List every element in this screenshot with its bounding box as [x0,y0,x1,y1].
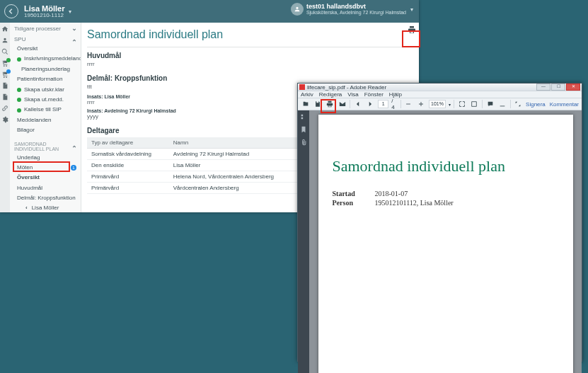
staff-role: Sjuksköterska, Avdelning 72 Kirurgi Halm… [306,10,406,15]
sidebar-item-moten[interactable]: Möten 1 [10,163,81,173]
table-row: Somatisk vårdavdelningAvdelning 72 Kirur… [87,149,299,160]
rail-settings-icon[interactable] [1,116,8,123]
patient-block[interactable]: Lisa Möller 19501210-1112 [24,4,64,19]
table-row: PrimärvårdHelena Nord, Vårdcentralen And… [87,171,299,183]
rail-doc2-icon[interactable] [1,93,8,101]
toolbar-save-icon[interactable] [313,99,322,109]
staff-block[interactable]: test01 hallandsdbvt Sjuksköterska, Avdel… [291,3,413,16]
sidepanel-thumbs-icon[interactable] [300,113,307,122]
delmal-heading: Delmål: Kroppsfunktion [87,74,409,82]
sidebar-item-planeringsunderlag[interactable]: Planeringsunderlag [10,64,81,74]
sidebar-item-bilagor[interactable]: Bilagor [10,125,81,135]
toolbar-fit-icon[interactable] [457,99,466,109]
menu-item[interactable]: Fönster [364,91,384,98]
label: Delmål: Kroppsfunktion [17,195,76,202]
sidebar-item-skapa-klar[interactable]: Skapa utskr.klar [10,85,81,95]
sidebar-item-delmal[interactable]: Delmål: Kroppsfunktion [10,193,81,203]
label: Underlag [17,154,40,161]
sidebar-item-huvudmal[interactable]: Huvudmål [10,183,81,193]
label: Skapa ut.medd. [24,96,64,103]
rail-doc-icon[interactable] [1,82,8,89]
staff-name: test01 hallandsdbvt [306,4,406,10]
label: Skapa utskr.klar [24,86,64,93]
sidebar-item-sip-oversikt[interactable]: Översikt [10,173,81,183]
sidebar-item-kallelse[interactable]: Kallelse till SIP [10,105,81,115]
reader-toolbar: 1 / 4 101% ▾ Signera Kommentar [298,98,582,110]
toolbar-separator [350,100,350,108]
reader-menubar: Arkiv Redigera Visa Fönster Hjälp [298,91,582,98]
reader-titlebar[interactable]: lifecare_sip.pdf - Adobe Reader — ☐ ✕ [298,84,582,91]
menu-item[interactable]: Redigera [319,91,342,98]
sidebar-item-skapa-medd[interactable]: Skapa ut.medd. [10,95,81,105]
startad-val: 2018-01-07 [375,190,408,197]
label: Huvudmål [17,185,42,192]
toolbar-signera[interactable]: Signera [526,101,546,108]
toolbar-zoom-in-icon[interactable] [416,99,425,109]
label: Bilagor [17,127,35,134]
sidebar: Tidigare processer SPU Översikt Inskrivn… [10,23,81,212]
reader-page-area[interactable]: Samordnad individuell plan Startad 2018-… [309,110,582,373]
print-button[interactable] [406,24,417,35]
zoom-field[interactable]: 101% [429,100,446,108]
toolbar-comment-icon[interactable] [485,99,495,109]
rail-search-icon[interactable] [1,48,8,55]
toolbar-open-icon[interactable] [301,99,310,109]
toolbar-highlight-icon[interactable] [497,99,507,109]
rail-home-icon[interactable] [1,25,8,33]
toolbar-zoom-out-icon[interactable] [404,99,413,109]
toolbar-separator [482,100,483,108]
label: Planeringsunderlag [21,66,70,73]
toolbar-print-icon[interactable] [325,99,335,109]
sidebar-item-lisa[interactable]: ‹Lisa Möller [10,203,81,212]
zoom-caret-icon[interactable]: ▾ [449,102,451,107]
toolbar-prev-icon[interactable] [353,99,362,109]
back-button[interactable] [4,4,18,18]
close-button[interactable]: ✕ [566,84,580,91]
menu-item[interactable]: Visa [347,91,358,98]
sidebar-sec-spu[interactable]: SPU [10,33,81,44]
rail-link-icon[interactable] [1,105,8,112]
cell-type: Primärvård [87,171,169,183]
startad-key: Startad [333,190,375,197]
label: Kallelse till SIP [24,106,62,113]
sidepanel-bookmark-icon[interactable] [300,126,307,134]
rail-cart-icon[interactable] [1,59,8,67]
staff-caret-icon[interactable]: ▾ [410,6,413,13]
person-val: 195012101112, Lisa Möller [375,199,454,207]
toolbar-kommentar[interactable]: Kommentar [550,101,579,108]
sidebar-item-underlag[interactable]: Underlag [10,153,81,163]
rail-user-icon[interactable] [1,37,8,44]
status-dot [17,108,21,113]
sidepanel-attach-icon[interactable] [300,139,307,147]
minimize-button[interactable]: — [536,84,550,91]
rail-cart2-icon[interactable] [1,71,8,78]
status-dot [17,88,21,92]
maximize-button[interactable]: ☐ [551,84,565,91]
doc-title: Samordnad individuell plan [333,157,559,176]
label: Inskrivningsmeddelande [24,55,81,62]
huvudmal-heading: Huvudmål [87,52,409,59]
rail-badge2 [6,69,11,74]
sidebar-label: SAMORDNAD INDIVIDUELL PLAN [14,142,72,151]
cell-type: Primärvård [87,183,169,194]
sidebar-sec-tidigare[interactable]: Tidigare processer [10,23,81,33]
label: Patientinformation [17,76,62,83]
patient-caret-icon[interactable]: ▾ [69,8,71,15]
chevron-up-icon [72,144,76,149]
sidebar-item-meddelanden[interactable]: Meddelanden [10,115,81,125]
menu-item[interactable]: Hjälp [389,91,402,98]
sidebar-sec-sip[interactable]: SAMORDNAD INDIVIDUELL PLAN [10,139,81,153]
sidebar-item-patientinfo[interactable]: Patientinformation [10,74,81,84]
toolbar-next-icon[interactable] [366,99,375,109]
toolbar-expand-icon[interactable] [514,99,523,109]
toolbar-fitpage-icon[interactable] [470,99,479,109]
page-field[interactable]: 1 [378,100,388,108]
patient-name: Lisa Möller [24,4,64,13]
sidebar-item-oversikt[interactable]: Översikt [10,44,81,54]
toolbar-mail-icon[interactable] [338,99,347,109]
left-rail [0,23,10,212]
label: Meddelanden [17,117,51,124]
menu-item[interactable]: Arkiv [301,91,313,98]
sidebar-item-inskrivning[interactable]: Inskrivningsmeddelande [10,54,81,64]
table-row: Den enskildeLisa Möller [87,160,299,171]
